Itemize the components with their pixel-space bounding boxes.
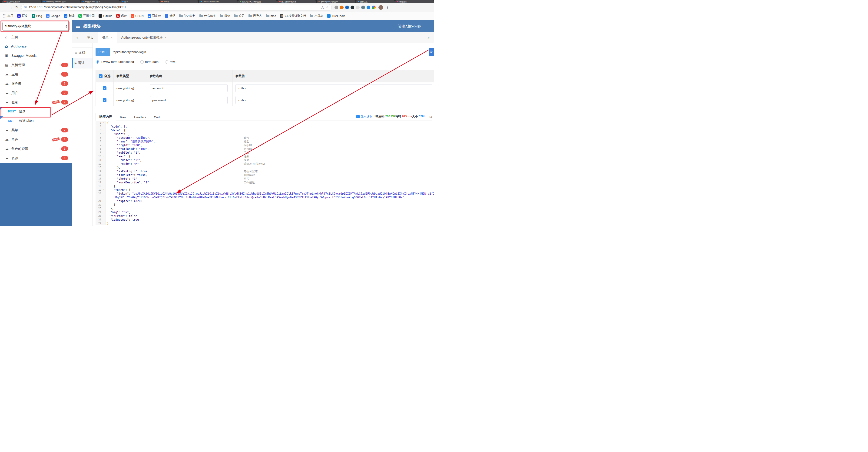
fold-arrow-icon[interactable] bbox=[102, 214, 105, 218]
bookmark-item[interactable]: CCSDN bbox=[131, 14, 144, 18]
response-tab[interactable]: Raw bbox=[116, 113, 130, 121]
param-value-input[interactable]: zuihou bbox=[236, 84, 432, 92]
translate-icon[interactable]: 文 bbox=[321, 6, 324, 9]
bookmark-item[interactable]: bBing bbox=[32, 14, 42, 18]
profile-avatar[interactable] bbox=[378, 5, 383, 10]
browser-tab[interactable]: temporary-Interior - 知乎 bbox=[41, 0, 81, 3]
browser-tab[interactable]: 前后端分离后参数提交 bbox=[238, 0, 277, 3]
fold-arrow-icon[interactable] bbox=[102, 196, 105, 199]
fold-arrow-icon[interactable] bbox=[102, 199, 105, 203]
rail-tab-debug[interactable]: ▶调试 bbox=[72, 58, 93, 68]
fold-arrow-icon[interactable] bbox=[102, 158, 105, 162]
fold-arrow-icon[interactable] bbox=[102, 203, 105, 207]
content-type-radio[interactable]: raw bbox=[165, 60, 175, 63]
sidebar-item-role[interactable]: ☁角色NEW8 bbox=[0, 135, 72, 144]
browser-tab[interactable]: github push失败提示 bbox=[317, 0, 355, 3]
bookmark-item[interactable]: 译翻译 bbox=[64, 14, 74, 18]
browser-tab[interactable]: Visual Studio Code bbox=[199, 0, 238, 3]
bookmark-item[interactable]: 公司 bbox=[234, 14, 245, 18]
fold-arrow-icon[interactable] bbox=[102, 125, 105, 129]
doc-tab[interactable]: 主页 bbox=[83, 32, 98, 43]
content-type-radio[interactable]: x-www-form-urlencoded bbox=[96, 60, 134, 63]
show-description-checkbox[interactable]: ✓显示说明 bbox=[356, 114, 372, 118]
sidebar-item-authorize[interactable]: Authorize bbox=[0, 42, 72, 51]
fold-arrow-icon[interactable] bbox=[102, 210, 105, 214]
sidebar-api-login-post[interactable]: POST登录 bbox=[0, 107, 72, 116]
extension-icon[interactable] bbox=[367, 6, 370, 9]
info-icon[interactable]: ⓘ bbox=[24, 5, 27, 9]
back-icon[interactable]: ← bbox=[3, 6, 6, 9]
fold-arrow-icon[interactable] bbox=[102, 151, 105, 154]
sidebar-item-role-resource[interactable]: ☁角色的资源1 bbox=[0, 144, 72, 153]
bookmark-item[interactable]: C开源中国 bbox=[78, 14, 95, 18]
extension-icon[interactable] bbox=[340, 6, 344, 9]
content-type-radio[interactable]: form-data bbox=[141, 60, 158, 63]
extension-icon[interactable] bbox=[361, 6, 365, 9]
fold-arrow-icon[interactable] bbox=[102, 173, 105, 177]
sidebar-item-menu[interactable]: ☁菜单7 bbox=[0, 125, 72, 135]
fold-arrow-icon[interactable] bbox=[102, 162, 105, 166]
bookmark-item[interactable]: ☁百度云 bbox=[148, 14, 161, 18]
select-all-checkbox[interactable]: ✓ bbox=[99, 74, 102, 78]
param-name-input[interactable]: password bbox=[150, 96, 227, 104]
menu-kebab-icon[interactable]: ⋮ bbox=[386, 6, 390, 9]
browser-tab[interactable]: 授权认证 bbox=[356, 0, 395, 3]
bookmark-item[interactable]: 应用 bbox=[3, 14, 13, 18]
param-name-input[interactable]: account bbox=[150, 84, 227, 92]
bookmark-item[interactable]: 笔记 bbox=[165, 14, 175, 18]
fold-arrow-icon[interactable] bbox=[102, 184, 105, 188]
forward-icon[interactable]: → bbox=[9, 6, 12, 9]
extension-icon[interactable] bbox=[356, 6, 360, 9]
sidebar-item-home[interactable]: ⌂主页 bbox=[0, 32, 72, 42]
bookmark-item[interactable]: 小目标 bbox=[310, 14, 323, 18]
close-tab-icon[interactable]: × bbox=[165, 36, 167, 39]
bookmark-item[interactable]: GGoogle bbox=[46, 14, 60, 18]
response-editor[interactable]: 1▾{2 "code": 0,3▾ "data": {4▾ "user": {5… bbox=[96, 121, 434, 226]
fold-arrow-icon[interactable] bbox=[102, 143, 105, 147]
sidebar-item-resource[interactable]: ☁资源6 bbox=[0, 153, 72, 163]
bookmark-item[interactable]: mac bbox=[266, 15, 276, 18]
header-search-input[interactable]: 请输入搜索内容 bbox=[398, 24, 421, 28]
fold-arrow-icon[interactable]: ▾ bbox=[102, 154, 105, 158]
fold-arrow-icon[interactable] bbox=[102, 222, 105, 225]
rail-tab-doc[interactable]: ▤文档 bbox=[72, 47, 93, 58]
fold-arrow-icon[interactable]: ▾ bbox=[102, 129, 105, 132]
fold-arrow-icon[interactable] bbox=[102, 136, 105, 140]
browser-tab[interactable]: 汇总贴:温故知新 bbox=[2, 0, 41, 3]
tabs-scroll-right-icon[interactable]: » bbox=[423, 32, 434, 43]
bookmark-item[interactable]: 微信 bbox=[220, 14, 230, 18]
browser-tab[interactable]: 图片批量修改像素 bbox=[277, 0, 316, 3]
doc-tab[interactable]: Authorize-authority-权限模块× bbox=[117, 32, 171, 43]
row-checkbox[interactable]: ✓ bbox=[103, 86, 106, 90]
row-checkbox[interactable]: ✓ bbox=[103, 98, 106, 102]
sidebar-item-login[interactable]: ☁登录NEW2 bbox=[0, 97, 72, 107]
fold-arrow-icon[interactable] bbox=[102, 207, 105, 210]
bookmark-star-icon[interactable]: ☆ bbox=[326, 6, 329, 9]
sidebar-item-app[interactable]: ☁应用5 bbox=[0, 69, 72, 79]
reload-icon[interactable]: ↻ bbox=[16, 6, 19, 9]
tabs-scroll-left-icon[interactable]: « bbox=[72, 32, 83, 43]
response-tab[interactable]: Headers bbox=[130, 113, 150, 121]
fold-arrow-icon[interactable] bbox=[102, 169, 105, 173]
fold-arrow-icon[interactable]: ▾ bbox=[102, 121, 105, 125]
extension-icon[interactable] bbox=[345, 6, 349, 9]
browser-tab[interactable]: 知乎 bbox=[120, 0, 159, 3]
hamburger-icon[interactable] bbox=[76, 25, 80, 28]
bookmark-item[interactable]: GitHub bbox=[99, 14, 112, 18]
fullscreen-icon[interactable]: ⊡ bbox=[429, 115, 432, 118]
fold-arrow-icon[interactable] bbox=[102, 147, 105, 151]
bookmark-item[interactable]: T1024Tools bbox=[327, 14, 345, 18]
browser-tab[interactable]: knife4j bbox=[159, 0, 198, 3]
sidebar-item-swagger-models[interactable]: ▣Swagger Models bbox=[0, 51, 72, 60]
response-tab[interactable]: 响应内容 bbox=[96, 113, 116, 121]
bookmark-item[interactable]: MES搜索引擎文档 bbox=[280, 14, 306, 18]
fold-arrow-icon[interactable] bbox=[102, 218, 105, 222]
doc-tab[interactable]: 登录× bbox=[98, 32, 117, 43]
sidebar-item-doc-manage[interactable]: ▤文档管理3 bbox=[0, 60, 72, 69]
address-bar[interactable]: ⓘ 127.0.0.1:8760/api/gate/doc.html#/auth… bbox=[21, 4, 332, 11]
bookmark-item[interactable]: 什么都有 bbox=[199, 14, 216, 18]
bookmark-item[interactable]: 百百度 bbox=[17, 14, 28, 18]
fold-arrow-icon[interactable]: ▾ bbox=[102, 132, 105, 136]
param-value-input[interactable]: zuihou bbox=[236, 96, 432, 104]
fold-arrow-icon[interactable] bbox=[102, 177, 105, 180]
